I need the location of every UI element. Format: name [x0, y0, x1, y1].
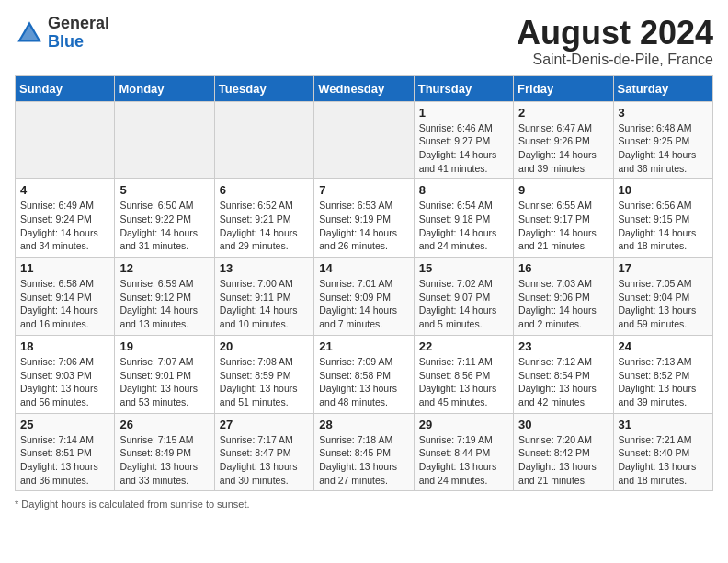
day-number: 19	[119, 339, 209, 353]
day-number: 4	[20, 183, 109, 197]
calendar-cell	[16, 101, 115, 179]
calendar-cell: 19 Sunrise: 7:07 AM Sunset: 9:01 PM Dayl…	[115, 335, 214, 413]
day-info: Sunrise: 6:53 AM Sunset: 9:19 PM Dayligh…	[319, 199, 408, 253]
day-info: Sunrise: 7:03 AM Sunset: 9:06 PM Dayligh…	[518, 277, 608, 331]
calendar-cell	[214, 101, 313, 179]
footer-note: * Daylight hours is calculated from sunr…	[15, 499, 713, 510]
calendar-cell: 22 Sunrise: 7:11 AM Sunset: 8:56 PM Dayl…	[414, 335, 513, 413]
calendar-cell: 14 Sunrise: 7:01 AM Sunset: 9:09 PM Dayl…	[314, 258, 414, 336]
day-info: Sunrise: 6:48 AM Sunset: 9:25 PM Dayligh…	[619, 121, 708, 176]
day-info: Sunrise: 7:05 AM Sunset: 9:04 PM Dayligh…	[619, 277, 708, 331]
day-info: Sunrise: 7:00 AM Sunset: 9:11 PM Dayligh…	[220, 277, 309, 331]
day-info: Sunrise: 7:17 AM Sunset: 8:47 PM Dayligh…	[220, 433, 309, 488]
day-info: Sunrise: 7:01 AM Sunset: 9:09 PM Dayligh…	[319, 277, 408, 331]
location: Saint-Denis-de-Pile, France	[517, 52, 713, 68]
calendar-row: 18 Sunrise: 7:06 AM Sunset: 9:03 PM Dayl…	[16, 335, 713, 413]
day-number: 11	[20, 261, 109, 275]
day-number: 15	[419, 261, 508, 275]
day-info: Sunrise: 7:20 AM Sunset: 8:42 PM Dayligh…	[518, 433, 608, 488]
calendar-cell: 20 Sunrise: 7:08 AM Sunset: 8:59 PM Dayl…	[214, 335, 313, 413]
header-day: Tuesday	[214, 75, 313, 101]
calendar-cell: 21 Sunrise: 7:09 AM Sunset: 8:58 PM Dayl…	[314, 335, 414, 413]
day-info: Sunrise: 6:52 AM Sunset: 9:21 PM Dayligh…	[220, 199, 309, 253]
calendar-cell: 16 Sunrise: 7:03 AM Sunset: 9:06 PM Dayl…	[514, 258, 613, 336]
day-info: Sunrise: 7:14 AM Sunset: 8:51 PM Dayligh…	[20, 433, 109, 488]
page-header: General Blue August 2024 Saint-Denis-de-…	[15, 15, 713, 68]
calendar-cell: 12 Sunrise: 6:59 AM Sunset: 9:12 PM Dayl…	[115, 258, 214, 336]
calendar-cell: 10 Sunrise: 6:56 AM Sunset: 9:15 PM Dayl…	[613, 179, 712, 258]
day-info: Sunrise: 7:08 AM Sunset: 8:59 PM Dayligh…	[220, 355, 309, 409]
day-number: 20	[220, 339, 309, 353]
day-info: Sunrise: 6:46 AM Sunset: 9:27 PM Dayligh…	[419, 121, 508, 176]
calendar-cell: 11 Sunrise: 6:58 AM Sunset: 9:14 PM Dayl…	[16, 258, 115, 336]
day-info: Sunrise: 7:07 AM Sunset: 9:01 PM Dayligh…	[119, 355, 209, 409]
day-info: Sunrise: 7:13 AM Sunset: 8:52 PM Dayligh…	[619, 355, 708, 409]
day-info: Sunrise: 7:19 AM Sunset: 8:44 PM Dayligh…	[419, 433, 508, 488]
calendar-row: 1 Sunrise: 6:46 AM Sunset: 9:27 PM Dayli…	[16, 101, 713, 179]
day-number: 21	[319, 339, 408, 353]
day-info: Sunrise: 7:21 AM Sunset: 8:40 PM Dayligh…	[619, 433, 708, 488]
day-info: Sunrise: 6:50 AM Sunset: 9:22 PM Dayligh…	[119, 199, 209, 253]
calendar-cell: 13 Sunrise: 7:00 AM Sunset: 9:11 PM Dayl…	[214, 258, 313, 336]
calendar-cell: 27 Sunrise: 7:17 AM Sunset: 8:47 PM Dayl…	[214, 413, 313, 491]
calendar-cell: 1 Sunrise: 6:46 AM Sunset: 9:27 PM Dayli…	[414, 101, 513, 179]
day-number: 24	[619, 339, 708, 353]
calendar-cell	[115, 101, 214, 179]
header-day: Wednesday	[314, 75, 414, 101]
calendar-row: 25 Sunrise: 7:14 AM Sunset: 8:51 PM Dayl…	[16, 413, 713, 491]
day-number: 28	[319, 418, 408, 431]
day-info: Sunrise: 6:47 AM Sunset: 9:26 PM Dayligh…	[518, 121, 608, 176]
day-info: Sunrise: 7:15 AM Sunset: 8:49 PM Dayligh…	[119, 433, 209, 488]
calendar-cell: 4 Sunrise: 6:49 AM Sunset: 9:24 PM Dayli…	[16, 179, 115, 258]
day-number: 29	[419, 418, 508, 431]
calendar-cell: 5 Sunrise: 6:50 AM Sunset: 9:22 PM Dayli…	[115, 179, 214, 258]
day-number: 7	[319, 183, 408, 197]
day-number: 18	[20, 339, 109, 353]
calendar-cell: 8 Sunrise: 6:54 AM Sunset: 9:18 PM Dayli…	[414, 179, 513, 258]
title-section: August 2024 Saint-Denis-de-Pile, France	[517, 15, 713, 68]
day-number: 17	[619, 261, 708, 275]
header-day: Thursday	[414, 75, 513, 101]
calendar-cell: 29 Sunrise: 7:19 AM Sunset: 8:44 PM Dayl…	[414, 413, 513, 491]
day-number: 31	[619, 418, 708, 431]
day-number: 30	[518, 418, 608, 431]
calendar-body: 1 Sunrise: 6:46 AM Sunset: 9:27 PM Dayli…	[16, 101, 713, 491]
day-info: Sunrise: 6:49 AM Sunset: 9:24 PM Dayligh…	[20, 199, 109, 253]
calendar-row: 11 Sunrise: 6:58 AM Sunset: 9:14 PM Dayl…	[16, 258, 713, 336]
day-info: Sunrise: 6:54 AM Sunset: 9:18 PM Dayligh…	[419, 199, 508, 253]
day-info: Sunrise: 7:11 AM Sunset: 8:56 PM Dayligh…	[419, 355, 508, 409]
calendar-cell: 28 Sunrise: 7:18 AM Sunset: 8:45 PM Dayl…	[314, 413, 414, 491]
calendar-cell: 26 Sunrise: 7:15 AM Sunset: 8:49 PM Dayl…	[115, 413, 214, 491]
header-day: Friday	[514, 75, 613, 101]
day-info: Sunrise: 7:18 AM Sunset: 8:45 PM Dayligh…	[319, 433, 408, 488]
day-number: 26	[119, 418, 209, 431]
calendar-cell: 2 Sunrise: 6:47 AM Sunset: 9:26 PM Dayli…	[514, 101, 613, 179]
day-number: 6	[220, 183, 309, 197]
day-number: 14	[319, 261, 408, 275]
calendar-cell: 18 Sunrise: 7:06 AM Sunset: 9:03 PM Dayl…	[16, 335, 115, 413]
calendar-cell: 23 Sunrise: 7:12 AM Sunset: 8:54 PM Dayl…	[514, 335, 613, 413]
calendar-header: SundayMondayTuesdayWednesdayThursdayFrid…	[16, 75, 713, 101]
header-row: SundayMondayTuesdayWednesdayThursdayFrid…	[16, 75, 713, 101]
logo-icon	[15, 18, 44, 48]
logo: General Blue	[15, 15, 109, 52]
day-number: 3	[619, 106, 708, 120]
header-day: Monday	[115, 75, 214, 101]
day-info: Sunrise: 6:58 AM Sunset: 9:14 PM Dayligh…	[20, 277, 109, 331]
day-info: Sunrise: 7:09 AM Sunset: 8:58 PM Dayligh…	[319, 355, 408, 409]
day-number: 1	[419, 106, 508, 120]
day-info: Sunrise: 6:55 AM Sunset: 9:17 PM Dayligh…	[518, 199, 608, 253]
header-day: Saturday	[613, 75, 712, 101]
day-number: 23	[518, 339, 608, 353]
day-info: Sunrise: 7:12 AM Sunset: 8:54 PM Dayligh…	[518, 355, 608, 409]
calendar-cell: 31 Sunrise: 7:21 AM Sunset: 8:40 PM Dayl…	[613, 413, 712, 491]
calendar-cell: 17 Sunrise: 7:05 AM Sunset: 9:04 PM Dayl…	[613, 258, 712, 336]
day-number: 27	[220, 418, 309, 431]
day-number: 13	[220, 261, 309, 275]
calendar-cell: 3 Sunrise: 6:48 AM Sunset: 9:25 PM Dayli…	[613, 101, 712, 179]
day-number: 5	[119, 183, 209, 197]
day-number: 25	[20, 418, 109, 431]
month-year: August 2024	[517, 15, 713, 52]
calendar-cell: 24 Sunrise: 7:13 AM Sunset: 8:52 PM Dayl…	[613, 335, 712, 413]
calendar-cell: 9 Sunrise: 6:55 AM Sunset: 9:17 PM Dayli…	[514, 179, 613, 258]
